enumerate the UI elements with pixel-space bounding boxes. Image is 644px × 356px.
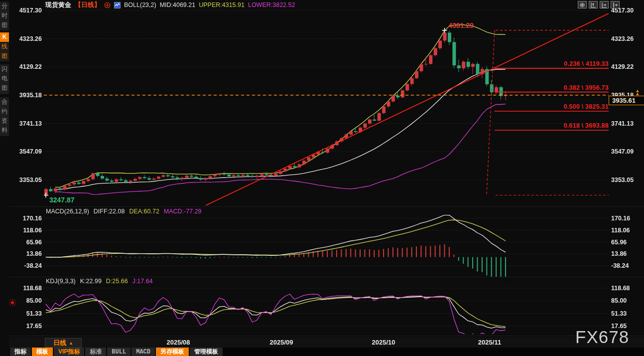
sidebar-item-char: 料 xyxy=(0,126,9,135)
macd-macd-value: MACD:-77.29 xyxy=(164,208,202,215)
double-up-arrow-icon: ▲▲ xyxy=(634,89,641,95)
sidebar-item-char: K xyxy=(0,32,9,42)
sidebar-item-2[interactable]: K线图 xyxy=(0,32,9,61)
period-label: 日线 xyxy=(53,339,66,348)
chevron-up-icon: ▲ xyxy=(69,341,73,346)
bottom-tab-bar: 指标模板VIP指标标准BULLMACD另存模板管理模板 xyxy=(9,348,644,356)
macd-params: MACD(26,12,9) xyxy=(46,208,89,215)
sidebar-item-4[interactable]: 合约资料 xyxy=(0,97,9,136)
boll-mid-value: MID:4069.21 xyxy=(160,1,196,8)
kline-mini-icon[interactable] xyxy=(114,2,121,8)
sidebar-item-1[interactable]: 分时图 xyxy=(0,1,9,30)
sidebar-item-char: 时 xyxy=(0,11,9,20)
divider xyxy=(9,206,644,207)
kdj-params: KDJ(9,3,3) xyxy=(46,278,76,285)
sidebar-item-char: 线 xyxy=(0,42,9,51)
sidebar-item-char: 图 xyxy=(0,51,9,61)
sidebar-item-char: 合 xyxy=(0,97,9,107)
pan-right-icon[interactable] xyxy=(611,1,620,8)
chart-header: 现货黄金 【日线】 BOLL(23,2) MID:4069.21 UPPER:4… xyxy=(45,0,295,9)
tab-BULL[interactable]: BULL xyxy=(107,348,130,356)
circle-plus-icon[interactable] xyxy=(104,2,111,8)
boll-lower-value: LOWER:3822.52 xyxy=(248,1,295,8)
tab-标准[interactable]: 标准 xyxy=(85,348,106,356)
kdj-j-value: J:17.64 xyxy=(132,278,153,285)
tab-另存模板[interactable]: 另存模板 xyxy=(156,348,189,356)
sidebar-item-char: 资 xyxy=(0,116,9,126)
tab-MACD[interactable]: MACD xyxy=(131,348,155,356)
macd-dea-value: DEA:60.72 xyxy=(129,208,159,215)
boll-upper-value: UPPER:4315.91 xyxy=(199,1,245,8)
current-price-box: 3935.61 xyxy=(609,96,644,105)
tab-管理模板[interactable]: 管理模板 xyxy=(190,348,223,356)
current-price-value: 3935.61 xyxy=(612,97,636,104)
sidebar-item-char: 电 xyxy=(0,74,9,83)
chart-toolbar xyxy=(578,1,620,8)
x-axis-zoom-icon[interactable] xyxy=(600,1,609,8)
period-selector[interactable]: 日线 ▲ xyxy=(45,338,82,348)
symbol-name: 现货黄金 xyxy=(45,0,71,9)
sidebar-item-char: 约 xyxy=(0,107,9,116)
tab-VIP指标[interactable]: VIP指标 xyxy=(54,348,84,356)
kdj-k-value: K:22.99 xyxy=(80,278,102,285)
main-chart-canvas[interactable] xyxy=(0,0,644,356)
period-tag: 【日线】 xyxy=(75,0,101,9)
watermark: FX678 xyxy=(575,327,629,347)
y-axis-zoom-icon[interactable] xyxy=(589,1,598,8)
kdj-d-value: D:25.66 xyxy=(106,278,128,285)
crosshair-icon[interactable] xyxy=(578,1,587,8)
boll-params: BOLL(23,2) xyxy=(124,1,156,8)
tab-模板[interactable]: 模板 xyxy=(32,348,53,356)
divider xyxy=(9,336,644,336)
x-axis-strip xyxy=(9,337,644,348)
trading-terminal-window: 4517.304517.304323.264323.264129.224129.… xyxy=(0,0,644,356)
sidebar-item-char: 闪 xyxy=(0,64,9,74)
sidebar-item-3[interactable]: 闪电图 xyxy=(0,64,9,94)
sidebar-item-char: 图 xyxy=(0,20,9,30)
sidebar-item-char: 分 xyxy=(0,1,9,11)
macd-diff-value: DIFF:22.08 xyxy=(94,208,125,215)
kdj-header: KDJ(9,3,3) K:22.99 D:25.66 J:17.64 xyxy=(46,278,153,285)
tab-指标[interactable]: 指标 xyxy=(10,348,31,356)
alert-dot-icon[interactable] xyxy=(8,298,17,307)
divider xyxy=(9,277,644,277)
macd-header: MACD(26,12,9) DIFF:22.08 DEA:60.72 MACD:… xyxy=(46,208,202,215)
sidebar-item-char: 图 xyxy=(0,83,9,93)
